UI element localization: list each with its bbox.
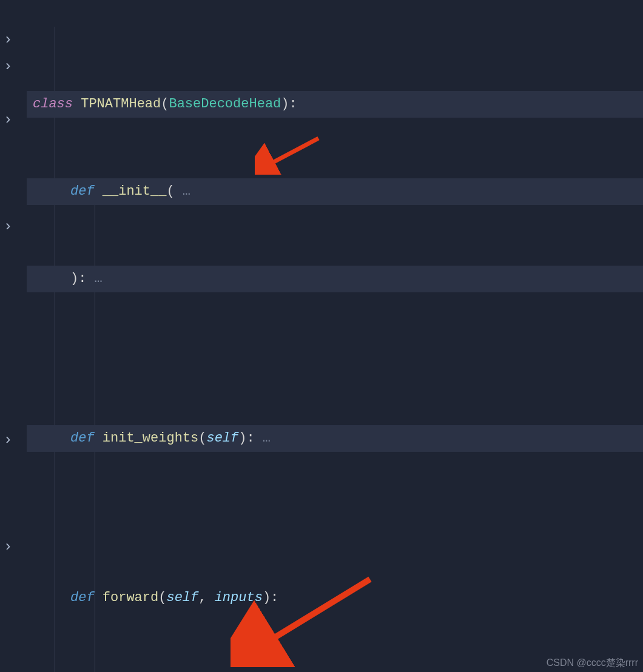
code-line[interactable]: class TPNATMHead(BaseDecodeHead): <box>27 91 643 118</box>
fold-chevron-icon[interactable]: › <box>4 32 12 48</box>
watermark: CSDN @cccc楚染rrrr <box>547 657 638 670</box>
code-content[interactable]: class TPNATMHead(BaseDecodeHead): def __… <box>27 0 643 672</box>
fold-chevron-icon[interactable]: › <box>4 432 12 448</box>
fold-chevron-icon[interactable]: › <box>4 539 12 555</box>
code-line[interactable]: def init_weights(self): … <box>27 425 643 452</box>
fold-chevron-icon[interactable]: › <box>4 58 12 75</box>
code-line[interactable]: ): … <box>27 266 643 292</box>
blank-line <box>27 338 643 365</box>
fold-chevron-icon[interactable]: › <box>4 218 12 235</box>
code-line[interactable]: def __init__( … <box>27 178 643 205</box>
code-editor[interactable]: › › › › › › class TPNATMHead(BaseDecodeH… <box>0 0 643 672</box>
blank-line <box>27 497 643 524</box>
fold-chevron-icon[interactable]: › <box>4 112 12 128</box>
fold-gutter: › › › › › › <box>0 0 27 672</box>
code-line[interactable]: def forward(self, inputs): <box>27 585 643 611</box>
